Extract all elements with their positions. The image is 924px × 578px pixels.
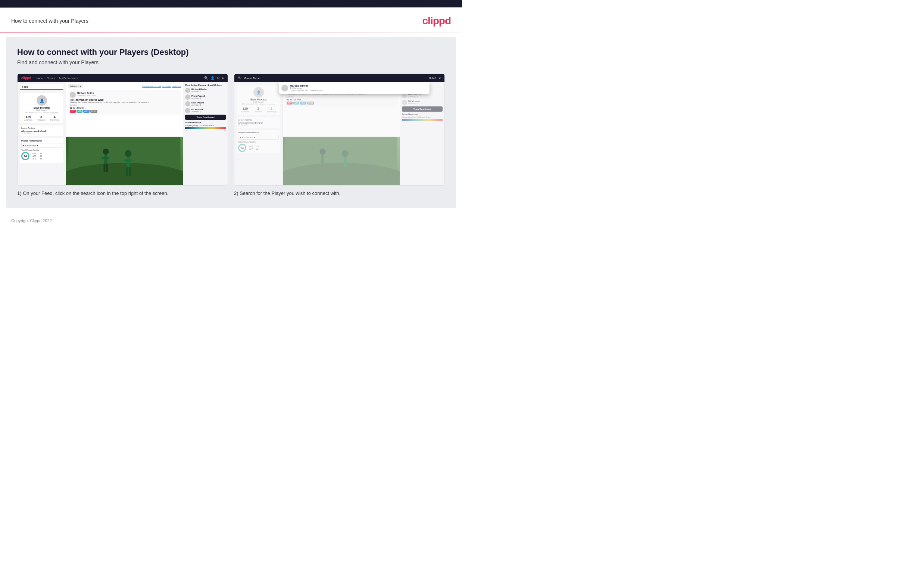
profile-avatar-1: 👤 (37, 95, 47, 106)
activity-tags-1: OTT APP ARG PUTT (70, 110, 179, 113)
screenshot-1: clippd Home Teams My Performance 🔍 👤 ⚙ ● (17, 73, 228, 185)
nav-teams-1: Teams (47, 77, 55, 80)
svg-rect-15 (321, 154, 324, 164)
screenshot-2: 🔍 Marcus Turner CLEAR × Marcus Turner 1.… (234, 73, 445, 185)
control-link-1[interactable]: Control who can see your activity and da… (142, 85, 181, 88)
golf-photo-2 (283, 136, 400, 185)
stat-activities: 129 Activities (24, 115, 32, 121)
svg-rect-11 (129, 167, 131, 176)
tag-ott: OTT (70, 110, 76, 113)
panel-1: clippd Home Teams My Performance 🔍 👤 ⚙ ● (17, 73, 228, 197)
svg-point-7 (125, 150, 132, 157)
nav-home-1: Home (36, 77, 43, 80)
activity-card-1: Richard Butler Yesterday · The Grove Pre… (68, 90, 181, 115)
footer: Copyright Clippd 2022 (0, 213, 462, 229)
nav-myperformance-1: My Performance (59, 77, 78, 80)
svg-rect-8 (127, 157, 130, 167)
bar-arg: ARG 64 (32, 157, 42, 160)
caption-text-1: On your Feed, click on the search icon i… (23, 190, 168, 196)
player-selector-1[interactable]: ● Eli Vincent ▾ (21, 143, 62, 148)
main-heading: How to connect with your Players (Deskto… (17, 47, 445, 57)
main-subheading: Find and connect with your Players (17, 59, 445, 65)
app-ui-2: 🔍 Marcus Turner CLEAR × Marcus Turner 1.… (235, 74, 445, 185)
svg-rect-4 (102, 157, 109, 159)
app-left-2: Feed 👤 Blair McHarg Golf Coach Mill Ride… (235, 74, 283, 185)
profile-name-1: Blair McHarg (22, 106, 61, 109)
app-ui-1: clippd Home Teams My Performance 🔍 👤 ⚙ ● (18, 74, 228, 185)
activity-meta-1: Duration (70, 104, 179, 106)
svg-rect-5 (104, 164, 105, 172)
search-result-name: Marcus Turner (290, 84, 323, 87)
svg-rect-17 (344, 157, 347, 167)
player-perf-2: Player Performance ● Eli Vincent ▾ Total… (236, 130, 280, 153)
activity-name-1: Richard Butler (77, 92, 96, 94)
team-heatmap-2: Team Heatmap Player Quality · 20 Round T… (402, 113, 443, 123)
search-clear-btn[interactable]: CLEAR (429, 77, 436, 79)
player-avatar-3 (185, 101, 190, 106)
tag-arg: ARG (83, 110, 89, 113)
golf-svg-1 (66, 136, 183, 185)
svg-rect-9 (124, 159, 132, 161)
search-result-dropdown[interactable]: Marcus Turner 1.5 Handicap Cypress Point… (279, 82, 430, 94)
most-active-title-1: Most Active Players - Last 30 days (185, 84, 226, 86)
tpq-circle: 84 (21, 152, 29, 160)
svg-point-16 (342, 150, 348, 157)
player-avatar-selector: ● (23, 144, 24, 147)
user-icon-nav[interactable]: 👤 (210, 76, 215, 80)
panel-2: 🔍 Marcus Turner CLEAR × Marcus Turner 1.… (234, 73, 445, 197)
search-result-info: Marcus Turner 1.5 Handicap Cypress Point… (290, 84, 323, 91)
app-nav-1: clippd Home Teams My Performance 🔍 👤 ⚙ ● (18, 74, 228, 82)
nav-icons-1: 🔍 👤 ⚙ ● (204, 76, 224, 80)
search-input-mock[interactable]: Marcus Turner (244, 77, 426, 80)
stat-following: 4 Following (50, 115, 59, 121)
following-bar-1: Following ▾ Control who can see your act… (68, 84, 181, 88)
latest-activity-2: Latest Activity Afternoon round of golf … (236, 117, 280, 128)
feed-tab-1: Feed (20, 84, 63, 90)
caption-1: 1) On your Feed, click on the search ico… (17, 190, 228, 197)
settings-icon-nav[interactable]: ⚙ (217, 76, 220, 80)
search-icon-nav[interactable]: 🔍 (204, 76, 208, 80)
activity-header-1: Richard Butler Yesterday · The Grove (70, 92, 179, 98)
bar-rows: OTT 79 APP 70 (32, 153, 42, 160)
caption-step-1: 1) (17, 190, 22, 196)
profile-stats-1: 129 Activities 3 Followers 4 (22, 115, 61, 121)
following-btn-1[interactable]: Following ▾ (68, 84, 83, 88)
player-item-4: Eli Vincent Activities: 1 (185, 108, 226, 113)
player-avatar-1 (185, 88, 190, 93)
app-left-1: Feed 👤 Blair McHarg Golf Coach Mill Ride… (18, 82, 66, 185)
svg-rect-10 (126, 167, 128, 176)
golf-photo-1 (66, 136, 183, 185)
tpq-label: Total Player Quality (21, 149, 62, 151)
heatmap-bar-1 (185, 127, 226, 129)
player-item-3: Hiral Pujara Activities: 3 (185, 101, 226, 106)
page-title: How to connect with your Players (11, 18, 89, 24)
tpq-circle-2: 84 (238, 144, 246, 152)
activity-desc-1: Walking the course with my coach to buil… (70, 101, 179, 104)
svg-point-2 (103, 149, 109, 154)
caption-text-2: Search for the Player you wish to connec… (239, 190, 340, 196)
activity-duration-1: 02 hr : 00 min (70, 107, 179, 109)
svg-rect-3 (105, 154, 107, 164)
team-dashboard-btn-2: Team Dashboard (402, 106, 443, 112)
team-dashboard-btn-1[interactable]: Team Dashboard (185, 115, 226, 120)
profile-card-1: 👤 Blair McHarg Golf Coach Mill Ride Golf… (20, 93, 63, 123)
tag-app: APP (76, 110, 83, 113)
tag-putt: PUTT (90, 110, 97, 113)
panels: clippd Home Teams My Performance 🔍 👤 ⚙ ● (17, 73, 445, 197)
activity-avatar-1 (70, 92, 76, 98)
svg-point-14 (320, 149, 326, 154)
svg-rect-6 (106, 164, 108, 172)
search-close-btn[interactable]: × (439, 76, 441, 80)
nav-logo-1: clippd (21, 76, 31, 80)
stat-followers: 3 Followers (37, 115, 46, 121)
bar-ott: OTT 79 (32, 153, 42, 154)
avatar-icon-nav[interactable]: ● (222, 76, 224, 80)
search-icon-overlay: 🔍 (238, 76, 241, 80)
main-content: How to connect with your Players (Deskto… (6, 37, 456, 208)
bar-app: APP 70 (32, 155, 42, 157)
player-perf-1: Player Performance ● Eli Vincent ▾ Total… (20, 138, 63, 163)
player-avatar-2 (185, 94, 190, 100)
search-result-club: Cypress Point Club, United Kingdom (290, 89, 323, 91)
logo: clippd (422, 15, 451, 27)
header-divider (0, 32, 462, 32)
